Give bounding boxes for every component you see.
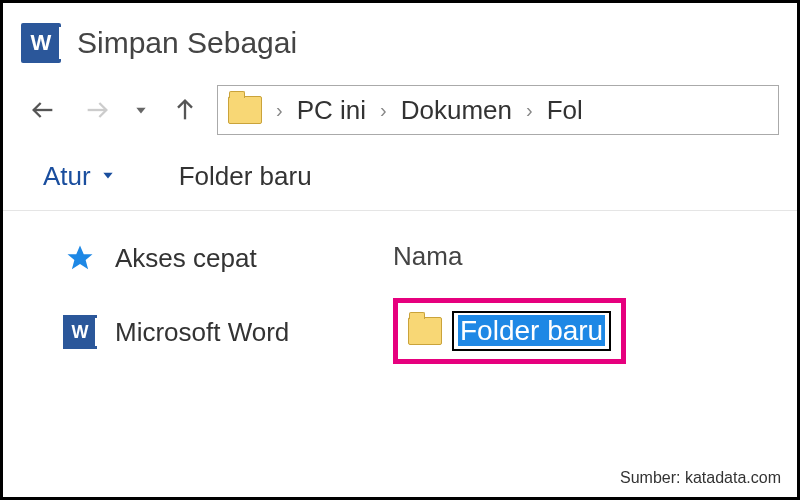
sidebar-item-word[interactable]: W Microsoft Word [63, 315, 373, 349]
sidebar-item-quick-access[interactable]: Akses cepat [63, 241, 373, 275]
nav-bar: › PC ini › Dokumen › Fol [3, 77, 797, 143]
breadcrumb-item[interactable]: PC ini [297, 95, 366, 126]
svg-marker-4 [103, 173, 112, 179]
chevron-down-icon [101, 168, 115, 185]
svg-marker-5 [68, 246, 93, 270]
back-button[interactable] [21, 88, 65, 132]
content-area: Akses cepat W Microsoft Word Nama Folder… [3, 211, 797, 364]
forward-button[interactable] [75, 88, 119, 132]
address-bar[interactable]: › PC ini › Dokumen › Fol [217, 85, 779, 135]
organize-label: Atur [43, 161, 91, 192]
chevron-right-icon: › [276, 99, 283, 122]
chevron-right-icon: › [526, 99, 533, 122]
star-icon [63, 241, 97, 275]
rename-input[interactable]: Folder baru [452, 311, 611, 351]
up-button[interactable] [163, 88, 207, 132]
window-title: Simpan Sebagai [77, 26, 297, 60]
sidebar-item-label: Akses cepat [115, 243, 257, 274]
recent-locations-dropdown[interactable] [129, 88, 153, 132]
column-header-name[interactable]: Nama [393, 241, 797, 272]
folder-icon [228, 96, 262, 124]
rename-text: Folder baru [458, 315, 605, 346]
new-folder-button[interactable]: Folder baru [179, 161, 312, 192]
organize-menu[interactable]: Atur [43, 161, 115, 192]
breadcrumb-item[interactable]: Fol [547, 95, 583, 126]
highlighted-item: Folder baru [393, 298, 626, 364]
breadcrumb-item[interactable]: Dokumen [401, 95, 512, 126]
folder-icon [408, 317, 442, 345]
word-icon: W [63, 315, 97, 349]
sidebar: Akses cepat W Microsoft Word [3, 241, 373, 364]
sidebar-item-label: Microsoft Word [115, 317, 289, 348]
toolbar: Atur Folder baru [3, 143, 797, 211]
chevron-right-icon: › [380, 99, 387, 122]
svg-marker-2 [136, 108, 145, 114]
titlebar: W Simpan Sebagai [3, 3, 797, 77]
word-app-icon: W [21, 23, 61, 63]
source-caption: Sumber: katadata.com [620, 469, 781, 487]
file-list: Nama Folder baru [373, 241, 797, 364]
